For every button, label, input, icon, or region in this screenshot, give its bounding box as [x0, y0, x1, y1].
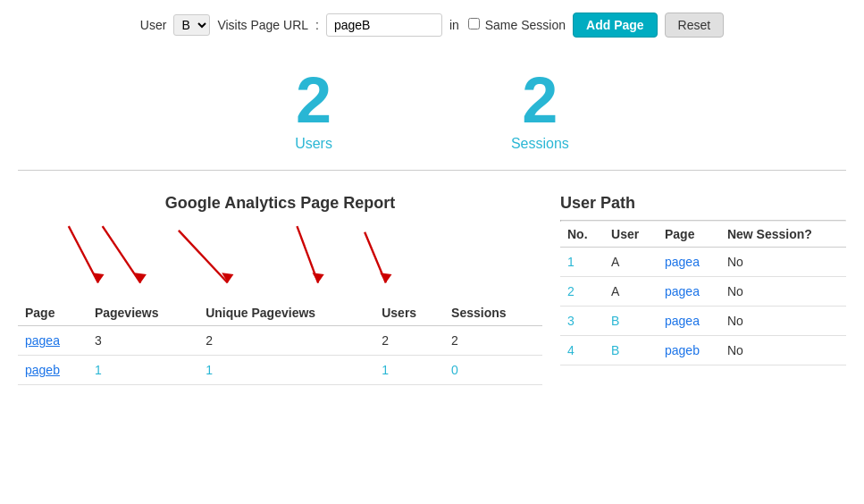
cell-page: pagea [658, 248, 720, 277]
top-bar: User B A C Visits Page URL : in Same Ses… [0, 0, 864, 50]
cell-page: pageb [18, 356, 88, 385]
cell-user: B [604, 307, 658, 336]
user-path-table: No. User Page New Session? 1 A pagea No … [560, 222, 846, 365]
cell-unique-pageviews: 2 [198, 326, 374, 356]
stats-row: 2 Users 2 Sessions [0, 50, 864, 170]
right-section-title: User Path [560, 194, 846, 213]
in-label: in [449, 18, 459, 32]
col-new-session: New Session? [720, 222, 846, 248]
cell-pageviews: 1 [88, 356, 198, 385]
table-row: 3 B pagea No [560, 307, 846, 336]
add-page-button[interactable]: Add Page [573, 13, 658, 38]
colon: : [315, 18, 319, 32]
arrows-svg [18, 220, 542, 300]
cell-no: 3 [560, 307, 604, 336]
same-session-checkbox[interactable] [468, 18, 480, 29]
col-unique-pageviews: Unique Pageviews [198, 300, 374, 326]
svg-line-2 [103, 226, 141, 282]
users-stat: 2 Users [295, 68, 332, 152]
col-users: Users [374, 300, 444, 326]
col-page: Page [18, 300, 88, 326]
col-no: No. [560, 222, 604, 248]
cell-sessions: 2 [444, 326, 542, 356]
cell-sessions: 0 [444, 356, 542, 385]
cell-page: pagea [18, 326, 88, 356]
main-divider [18, 170, 846, 171]
svg-marker-7 [312, 273, 323, 282]
right-section: User Path No. User Page New Session? 1 A… [542, 180, 846, 385]
main-content: Google Analytics Page Report [0, 180, 864, 385]
cell-user: A [604, 277, 658, 307]
page-link[interactable]: pageb [25, 363, 60, 377]
users-count: 2 [295, 68, 332, 132]
cell-user: B [604, 336, 658, 365]
cell-new-session: No [720, 277, 846, 307]
arrows-area [18, 220, 542, 300]
cell-new-session: No [720, 307, 846, 336]
table-row: 4 B pageb No [560, 336, 846, 365]
table-row: pageb 1 1 1 0 [18, 356, 542, 385]
user-label: User [140, 18, 167, 32]
cell-users: 2 [374, 326, 444, 356]
sessions-stat: 2 Sessions [511, 68, 569, 152]
user-select[interactable]: B A C [173, 14, 210, 36]
col-page: Page [658, 222, 720, 248]
analytics-table: Page Pageviews Unique Pageviews Users Se… [18, 300, 542, 385]
cell-page: pagea [658, 277, 720, 307]
cell-page: pageb [658, 336, 720, 365]
cell-user: A [604, 248, 658, 277]
table-header-row: Page Pageviews Unique Pageviews Users Se… [18, 300, 542, 326]
left-section-title: Google Analytics Page Report [18, 194, 542, 213]
cell-new-session: No [720, 248, 846, 277]
cell-unique-pageviews: 1 [198, 356, 374, 385]
svg-marker-1 [92, 273, 104, 282]
same-session-label: Same Session [466, 18, 566, 32]
url-input[interactable] [326, 13, 442, 37]
cell-no: 2 [560, 277, 604, 307]
cell-no: 1 [560, 248, 604, 277]
svg-line-4 [179, 231, 228, 283]
page-link[interactable]: pagea [25, 333, 60, 348]
col-user: User [604, 222, 658, 248]
users-label: Users [295, 136, 332, 152]
cell-no: 4 [560, 336, 604, 365]
svg-marker-9 [380, 273, 391, 282]
cell-page: pagea [658, 307, 720, 336]
sessions-label: Sessions [511, 136, 569, 152]
table-row: 2 A pagea No [560, 277, 846, 307]
cell-users: 1 [374, 356, 444, 385]
visits-page-url-label: Visits Page URL [217, 18, 308, 32]
col-sessions: Sessions [444, 300, 542, 326]
col-pageviews: Pageviews [88, 300, 198, 326]
table-row: pagea 3 2 2 2 [18, 326, 542, 356]
user-path-header-row: No. User Page New Session? [560, 222, 846, 248]
left-section: Google Analytics Page Report [18, 180, 542, 385]
cell-new-session: No [720, 336, 846, 365]
reset-button[interactable]: Reset [665, 13, 725, 38]
sessions-count: 2 [511, 68, 569, 132]
cell-pageviews: 3 [88, 326, 198, 356]
table-row: 1 A pagea No [560, 248, 846, 277]
